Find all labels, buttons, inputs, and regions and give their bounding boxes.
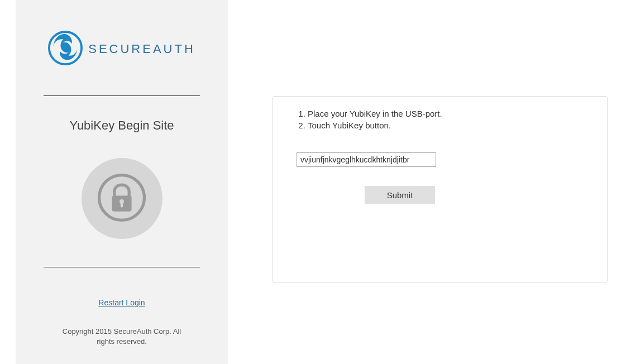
page-title: YubiKey Begin Site	[69, 118, 174, 133]
copyright-text: Copyright 2015 SecureAuth Corp. All righ…	[55, 327, 189, 347]
submit-button[interactable]: Submit	[365, 186, 435, 204]
yubikey-panel: Place your YubiKey in the USB-port. Touc…	[273, 96, 608, 282]
sidebar: SECUREAUTH YubiKey Begin Site Restart Lo…	[16, 0, 228, 364]
restart-login-link[interactable]: Restart Login	[98, 298, 145, 307]
divider-top	[44, 95, 200, 96]
brand-logo: SECUREAUTH	[48, 31, 195, 68]
main-content: Place your YubiKey in the USB-port. Touc…	[228, 0, 631, 364]
brand-swirl-icon	[48, 31, 83, 68]
yubikey-input[interactable]	[297, 152, 436, 167]
lock-icon	[97, 173, 146, 224]
lock-badge	[82, 158, 162, 239]
instruction-list: Place your YubiKey in the USB-port. Touc…	[297, 108, 594, 131]
brand-name: SECUREAUTH	[88, 42, 195, 56]
svg-rect-4	[121, 202, 123, 208]
divider-bottom	[44, 267, 200, 267]
instruction-item: Place your YubiKey in the USB-port.	[308, 108, 594, 119]
instruction-item: Touch YubiKey button.	[308, 119, 594, 131]
